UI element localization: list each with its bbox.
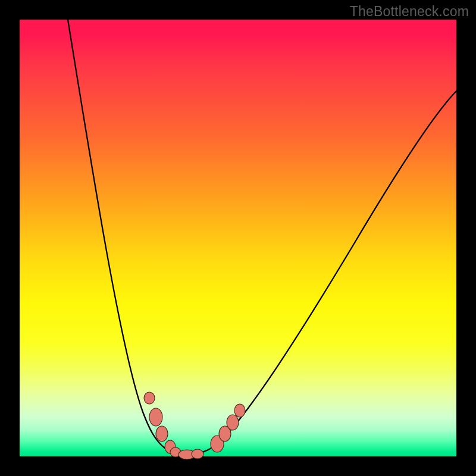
- curve-layer: [20, 20, 456, 456]
- marker: [192, 449, 203, 459]
- marker: [234, 404, 245, 417]
- marker: [156, 426, 168, 441]
- watermark-text: TheBottleneck.com: [350, 4, 469, 20]
- plot-area: [20, 20, 456, 456]
- marker: [149, 408, 162, 426]
- marker: [227, 415, 239, 430]
- chart-frame: TheBottleneck.com: [0, 0, 476, 476]
- curve-left: [68, 20, 181, 455]
- curve-right: [181, 91, 456, 455]
- marker: [144, 392, 155, 404]
